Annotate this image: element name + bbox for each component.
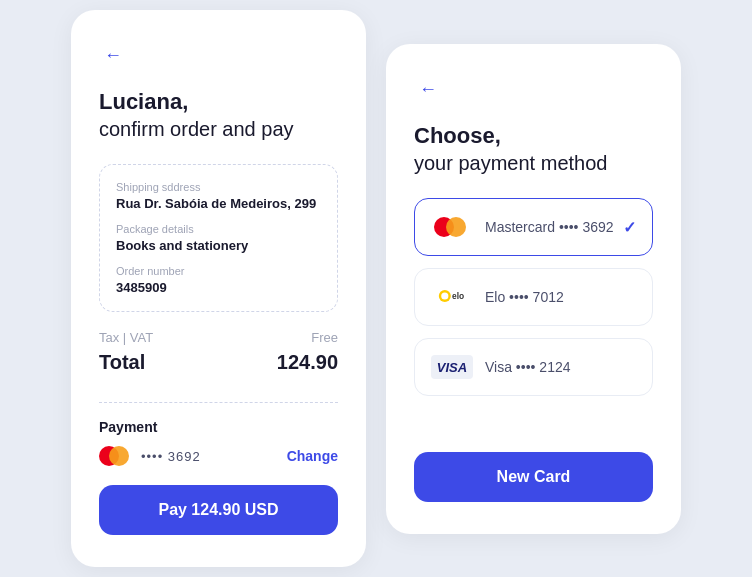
visa-option-text: Visa •••• 2124 bbox=[485, 359, 636, 375]
payment-option-elo[interactable]: elo Elo •••• 7012 bbox=[414, 268, 653, 326]
svg-point-2 bbox=[441, 292, 448, 299]
shipping-label: Shipping sddress bbox=[116, 181, 321, 193]
pay-button[interactable]: Pay 124.90 USD bbox=[99, 485, 338, 535]
payment-dots: •••• 3692 bbox=[141, 449, 201, 464]
elo-option-text: Elo •••• 7012 bbox=[485, 289, 636, 305]
tax-row: Tax | VAT Free bbox=[99, 330, 338, 345]
payment-row: •••• 3692 Change bbox=[99, 445, 338, 467]
tax-label: Tax | VAT bbox=[99, 330, 153, 345]
payment-option-visa[interactable]: VISA Visa •••• 2124 bbox=[414, 338, 653, 396]
total-value: 124.90 bbox=[277, 351, 338, 374]
tax-value: Free bbox=[311, 330, 338, 345]
elo-option-logo: elo bbox=[431, 283, 473, 311]
divider bbox=[99, 402, 338, 403]
payment-card-info: •••• 3692 bbox=[99, 445, 201, 467]
main-container: ← Luciana, confirm order and pay Shippin… bbox=[0, 0, 752, 577]
mastercard-option-text: Mastercard •••• 3692 bbox=[485, 219, 623, 235]
new-card-button[interactable]: New Card bbox=[414, 452, 653, 502]
right-card: ← Choose, your payment method Mastercard… bbox=[386, 44, 681, 534]
order-label: Order number bbox=[116, 265, 321, 277]
payment-option-mastercard[interactable]: Mastercard •••• 3692 ✓ bbox=[414, 198, 653, 256]
total-row: Total 124.90 bbox=[99, 351, 338, 374]
mastercard-icon bbox=[99, 445, 133, 467]
package-label: Package details bbox=[116, 223, 321, 235]
change-button[interactable]: Change bbox=[287, 448, 338, 464]
back-button-right[interactable]: ← bbox=[414, 76, 442, 104]
svg-text:elo: elo bbox=[452, 291, 464, 301]
mastercard-option-logo bbox=[431, 213, 473, 241]
right-card-title: Choose, your payment method bbox=[414, 122, 653, 177]
order-info-box: Shipping sddress Rua Dr. Sabóia de Medei… bbox=[99, 164, 338, 312]
order-value: 3485909 bbox=[116, 280, 321, 295]
left-card-title: Luciana, confirm order and pay bbox=[99, 88, 338, 143]
total-label: Total bbox=[99, 351, 145, 374]
back-button-left[interactable]: ← bbox=[99, 42, 127, 70]
payment-section-label: Payment bbox=[99, 419, 338, 435]
left-card: ← Luciana, confirm order and pay Shippin… bbox=[71, 10, 366, 568]
visa-option-logo: VISA bbox=[431, 353, 473, 381]
package-value: Books and stationery bbox=[116, 238, 321, 253]
payment-options: Mastercard •••• 3692 ✓ elo bbox=[414, 198, 653, 451]
shipping-value: Rua Dr. Sabóia de Medeiros, 299 bbox=[116, 196, 321, 211]
check-icon: ✓ bbox=[623, 218, 636, 237]
